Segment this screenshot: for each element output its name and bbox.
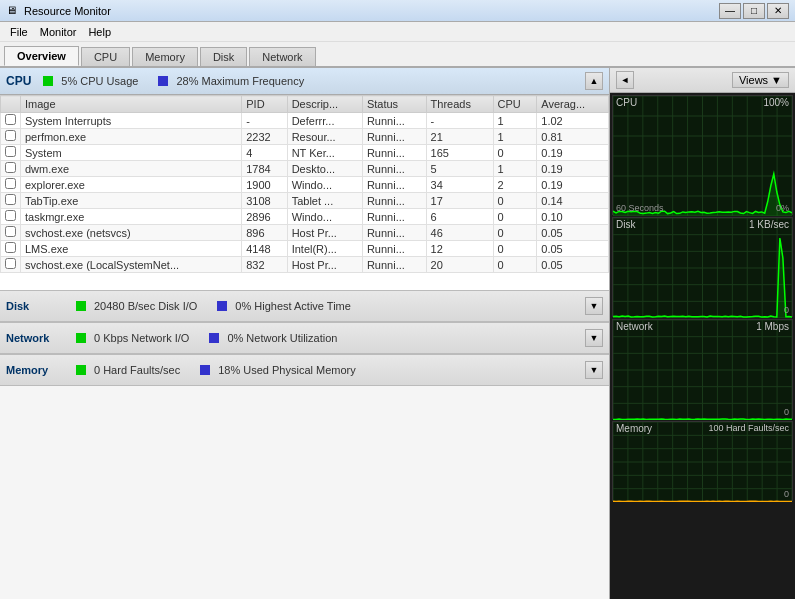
row-threads: 12 bbox=[426, 241, 493, 257]
tab-disk[interactable]: Disk bbox=[200, 47, 247, 66]
process-table-container[interactable]: Image PID Descrip... Status Threads CPU … bbox=[0, 95, 609, 290]
table-row[interactable]: System 4 NT Ker... Runni... 165 0 0.19 bbox=[1, 145, 609, 161]
cpu-chart-time: 60 Seconds bbox=[616, 203, 664, 213]
memory-section-header[interactable]: Memory 0 Hard Faults/sec 18% Used Physic… bbox=[0, 354, 609, 386]
col-threads[interactable]: Threads bbox=[426, 96, 493, 113]
disk-chart-max: 1 KB/sec bbox=[749, 219, 789, 230]
memory-stat1-label: 0 Hard Faults/sec bbox=[94, 364, 180, 376]
tab-network[interactable]: Network bbox=[249, 47, 315, 66]
table-row[interactable]: TabTip.exe 3108 Tablet ... Runni... 17 0… bbox=[1, 193, 609, 209]
row-cpu: 0 bbox=[493, 209, 537, 225]
right-panel-header: ◄ Views ▼ bbox=[610, 68, 795, 93]
row-cpu: 2 bbox=[493, 177, 537, 193]
row-avg: 1.02 bbox=[537, 113, 609, 129]
disk-collapse-button[interactable]: ▼ bbox=[585, 297, 603, 315]
table-row[interactable]: LMS.exe 4148 Intel(R)... Runni... 12 0 0… bbox=[1, 241, 609, 257]
row-checkbox[interactable] bbox=[1, 113, 21, 129]
table-row[interactable]: perfmon.exe 2232 Resour... Runni... 21 1… bbox=[1, 129, 609, 145]
cpu-section-header[interactable]: CPU 5% CPU Usage 28% Maximum Frequency ▲ bbox=[0, 68, 609, 95]
row-cpu: 0 bbox=[493, 225, 537, 241]
network-stat2-indicator bbox=[209, 333, 219, 343]
row-desc: Deskto... bbox=[287, 161, 362, 177]
close-button[interactable]: ✕ bbox=[767, 3, 789, 19]
row-threads: 17 bbox=[426, 193, 493, 209]
disk-title: Disk bbox=[6, 300, 76, 312]
table-row[interactable]: System Interrupts - Deferrr... Runni... … bbox=[1, 113, 609, 129]
disk-stat2-indicator bbox=[217, 301, 227, 311]
col-desc[interactable]: Descrip... bbox=[287, 96, 362, 113]
minimize-button[interactable]: — bbox=[719, 3, 741, 19]
row-status: Runni... bbox=[362, 129, 426, 145]
col-pid[interactable]: PID bbox=[242, 96, 287, 113]
cpu-chart: CPU 100% 60 Seconds 0% bbox=[612, 95, 793, 215]
row-image: System bbox=[21, 145, 242, 161]
network-title: Network bbox=[6, 332, 76, 344]
row-image: LMS.exe bbox=[21, 241, 242, 257]
menu-file[interactable]: File bbox=[4, 25, 34, 39]
main-content: CPU 5% CPU Usage 28% Maximum Frequency ▲… bbox=[0, 68, 795, 599]
memory-chart: Memory 100 Hard Faults/sec 0 bbox=[612, 421, 793, 501]
row-cpu: 0 bbox=[493, 241, 537, 257]
network-collapse-button[interactable]: ▼ bbox=[585, 329, 603, 347]
row-cpu: 0 bbox=[493, 193, 537, 209]
col-status[interactable]: Status bbox=[362, 96, 426, 113]
row-cpu: 1 bbox=[493, 161, 537, 177]
memory-collapse-button[interactable]: ▼ bbox=[585, 361, 603, 379]
row-desc: Intel(R)... bbox=[287, 241, 362, 257]
row-threads: 6 bbox=[426, 209, 493, 225]
row-image: dwm.exe bbox=[21, 161, 242, 177]
row-checkbox[interactable] bbox=[1, 145, 21, 161]
row-pid: 1784 bbox=[242, 161, 287, 177]
row-checkbox[interactable] bbox=[1, 257, 21, 273]
network-chart-max: 1 Mbps bbox=[756, 321, 789, 332]
col-cpu[interactable]: CPU bbox=[493, 96, 537, 113]
table-row[interactable]: taskmgr.exe 2896 Windo... Runni... 6 0 0… bbox=[1, 209, 609, 225]
col-image[interactable]: Image bbox=[21, 96, 242, 113]
row-image: TabTip.exe bbox=[21, 193, 242, 209]
tab-overview[interactable]: Overview bbox=[4, 46, 79, 66]
row-image: svchost.exe (LocalSystemNet... bbox=[21, 257, 242, 273]
cpu-collapse-button[interactable]: ▲ bbox=[585, 72, 603, 90]
expand-button[interactable]: ◄ bbox=[616, 71, 634, 89]
row-checkbox[interactable] bbox=[1, 177, 21, 193]
row-checkbox[interactable] bbox=[1, 129, 21, 145]
network-stat1-indicator bbox=[76, 333, 86, 343]
row-checkbox[interactable] bbox=[1, 241, 21, 257]
row-pid: 1900 bbox=[242, 177, 287, 193]
network-stat1-label: 0 Kbps Network I/O bbox=[94, 332, 189, 344]
disk-stat1-label: 20480 B/sec Disk I/O bbox=[94, 300, 197, 312]
row-cpu: 1 bbox=[493, 113, 537, 129]
row-threads: 5 bbox=[426, 161, 493, 177]
row-status: Runni... bbox=[362, 241, 426, 257]
disk-chart-min: 0 bbox=[784, 305, 789, 315]
col-avg[interactable]: Averag... bbox=[537, 96, 609, 113]
row-threads: 20 bbox=[426, 257, 493, 273]
menu-help[interactable]: Help bbox=[82, 25, 117, 39]
row-desc: Deferrr... bbox=[287, 113, 362, 129]
row-pid: 4148 bbox=[242, 241, 287, 257]
row-pid: 896 bbox=[242, 225, 287, 241]
row-cpu: 1 bbox=[493, 129, 537, 145]
row-checkbox[interactable] bbox=[1, 209, 21, 225]
network-section-header[interactable]: Network 0 Kbps Network I/O 0% Network Ut… bbox=[0, 322, 609, 354]
row-pid: 832 bbox=[242, 257, 287, 273]
tab-memory[interactable]: Memory bbox=[132, 47, 198, 66]
views-button[interactable]: Views ▼ bbox=[732, 72, 789, 88]
disk-section-header[interactable]: Disk 20480 B/sec Disk I/O 0% Highest Act… bbox=[0, 290, 609, 322]
maximize-button[interactable]: □ bbox=[743, 3, 765, 19]
table-row[interactable]: dwm.exe 1784 Deskto... Runni... 5 1 0.19 bbox=[1, 161, 609, 177]
row-checkbox[interactable] bbox=[1, 225, 21, 241]
row-image: explorer.exe bbox=[21, 177, 242, 193]
network-stat2-label: 0% Network Utilization bbox=[227, 332, 337, 344]
table-row[interactable]: svchost.exe (LocalSystemNet... 832 Host … bbox=[1, 257, 609, 273]
disk-canvas bbox=[613, 218, 792, 318]
row-avg: 0.19 bbox=[537, 161, 609, 177]
row-checkbox[interactable] bbox=[1, 161, 21, 177]
table-row[interactable]: explorer.exe 1900 Windo... Runni... 34 2… bbox=[1, 177, 609, 193]
row-desc: Tablet ... bbox=[287, 193, 362, 209]
menu-monitor[interactable]: Monitor bbox=[34, 25, 83, 39]
row-checkbox[interactable] bbox=[1, 193, 21, 209]
tab-cpu[interactable]: CPU bbox=[81, 47, 130, 66]
memory-chart-max: 100 Hard Faults/sec bbox=[708, 423, 789, 433]
table-row[interactable]: svchost.exe (netsvcs) 896 Host Pr... Run… bbox=[1, 225, 609, 241]
